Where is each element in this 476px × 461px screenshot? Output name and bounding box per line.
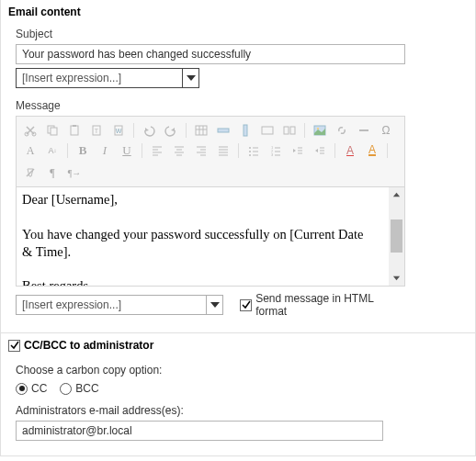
rich-text-editor: T W Ω A A↕ B [16, 116, 405, 287]
italic-button[interactable]: I [96, 142, 113, 159]
outdent-icon[interactable] [289, 142, 306, 159]
ccbcc-panel: CC/BCC to administrator Choose a carbon … [0, 333, 476, 456]
align-center-icon[interactable] [171, 142, 187, 159]
paragraph-icon[interactable]: ¶ [44, 164, 61, 181]
fore-color-icon[interactable]: A [342, 142, 358, 159]
admin-email-label: Administrators e-mail address(es): [16, 404, 460, 417]
svg-text:W: W [116, 128, 122, 134]
insert-row-icon[interactable] [215, 122, 232, 139]
cc-radio-label: CC [31, 382, 47, 395]
hr-icon[interactable] [356, 122, 372, 139]
svg-point-42 [249, 154, 251, 156]
undo-icon[interactable] [141, 122, 157, 139]
align-right-icon[interactable] [193, 142, 210, 159]
editor-body[interactable]: Dear [Username], You have changed your p… [16, 187, 405, 287]
checkbox-icon [8, 340, 20, 352]
align-left-icon[interactable] [149, 142, 165, 159]
html-format-label: Send message in HTML format [255, 292, 405, 318]
remove-format-icon[interactable] [22, 164, 39, 181]
font-size-icon[interactable]: A↕ [44, 142, 61, 159]
scroll-down-icon[interactable] [389, 270, 404, 286]
svg-point-38 [249, 147, 251, 149]
ol-icon[interactable]: 123 [267, 142, 284, 159]
paste-text-icon[interactable]: T [88, 122, 105, 139]
underline-button[interactable]: U [119, 142, 135, 159]
paste-word-icon[interactable]: W [110, 122, 127, 139]
back-color-icon[interactable]: A [364, 142, 380, 159]
ltr-icon[interactable]: ¶→ [66, 164, 83, 181]
chevron-down-icon [182, 69, 198, 87]
image-icon[interactable] [312, 122, 328, 139]
checkbox-icon [240, 299, 252, 311]
svg-rect-18 [290, 127, 295, 134]
paste-icon[interactable] [66, 122, 83, 139]
redo-icon[interactable] [163, 122, 179, 139]
ul-icon[interactable] [245, 142, 262, 159]
svg-point-40 [249, 151, 251, 152]
html-format-checkbox[interactable]: Send message in HTML format [240, 292, 405, 318]
scroll-up-icon[interactable] [389, 187, 404, 203]
svg-rect-5 [73, 125, 76, 127]
indent-icon[interactable] [312, 142, 328, 159]
bold-button[interactable]: B [74, 142, 91, 159]
svg-text:T: T [95, 128, 99, 134]
insert-col-icon[interactable] [237, 122, 254, 139]
svg-point-20 [317, 128, 319, 129]
chevron-down-icon [206, 296, 222, 314]
copy-icon[interactable] [44, 122, 61, 139]
editor-toolbar: T W Ω A A↕ B [16, 116, 405, 187]
insert-expression-1-value: [Insert expression...] [17, 69, 198, 88]
message-text[interactable]: Dear [Username], You have changed your p… [17, 187, 382, 286]
svg-text:3: 3 [271, 152, 274, 157]
insert-expression-2-value: [Insert expression...] [17, 296, 222, 315]
email-content-panel: Email content Subject [Insert expression… [0, 0, 476, 333]
admin-email-input[interactable] [16, 421, 383, 441]
radio-icon [16, 383, 28, 395]
scroll-thumb[interactable] [391, 219, 402, 253]
align-justify-icon[interactable] [215, 142, 232, 159]
message-label: Message [16, 99, 460, 112]
font-name-icon[interactable]: A [22, 142, 39, 159]
svg-rect-15 [244, 125, 247, 136]
merge-icon[interactable] [259, 122, 276, 139]
link-icon[interactable] [334, 122, 350, 139]
split-icon[interactable] [281, 122, 298, 139]
ccbcc-title: CC/BCC to administrator [24, 339, 153, 352]
svg-rect-14 [218, 129, 229, 132]
svg-rect-3 [51, 128, 57, 135]
choose-copy-label: Choose a carbon copy option: [16, 364, 460, 377]
insert-expression-select-1[interactable]: [Insert expression...] [16, 68, 199, 88]
svg-rect-16 [262, 127, 273, 134]
cc-radio[interactable]: CC [16, 382, 47, 395]
bcc-radio-label: BCC [75, 382, 98, 395]
svg-rect-10 [196, 126, 207, 135]
subject-input[interactable] [16, 44, 405, 64]
insert-expression-select-2[interactable]: [Insert expression...] [16, 295, 223, 315]
cut-icon[interactable] [22, 122, 39, 139]
editor-scrollbar[interactable] [389, 187, 404, 286]
svg-rect-17 [284, 127, 289, 134]
table-icon[interactable] [193, 122, 210, 139]
email-content-title: Email content [8, 6, 453, 18]
ccbcc-checkbox[interactable]: CC/BCC to administrator [8, 339, 153, 352]
subject-label: Subject [16, 28, 460, 40]
bcc-radio[interactable]: BCC [60, 382, 98, 395]
symbol-icon[interactable]: Ω [378, 122, 394, 139]
radio-icon [60, 383, 72, 395]
svg-rect-4 [71, 126, 78, 135]
